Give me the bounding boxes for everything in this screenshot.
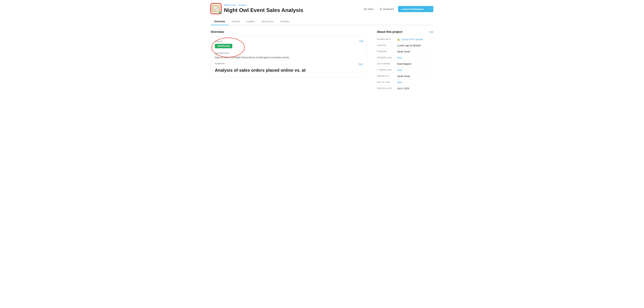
svg-point-2 bbox=[366, 9, 366, 10]
breadcrumb-sep2: › bbox=[247, 4, 248, 6]
verified-check-icon: ✓ bbox=[218, 11, 222, 14]
about-row-steward-link: STEWARD LINK View bbox=[377, 55, 433, 61]
about-edit-button[interactable]: Edit bbox=[429, 31, 433, 33]
description-section: DESCRIPTION Data on sales of all Night O… bbox=[215, 52, 363, 59]
about-key-ver-by-link: VER. BY LINK bbox=[377, 81, 395, 83]
about-title: About this project bbox=[377, 30, 402, 34]
launch-workspace-dropdown-button[interactable] bbox=[427, 6, 433, 12]
launch-workspace-button[interactable]: Launch workspace bbox=[398, 6, 427, 12]
lock-icon: 🔒 bbox=[397, 38, 400, 41]
about-row-tech-owner: TECH OWNER Noah Rippner bbox=[377, 61, 433, 67]
breadcrumb-org[interactable]: DEMO Corp bbox=[224, 4, 236, 6]
share-icon bbox=[364, 8, 366, 10]
launch-workspace-group: Launch workspace bbox=[398, 6, 433, 12]
svg-point-1 bbox=[364, 9, 365, 9]
project-logo: 📈 ✓ bbox=[211, 3, 221, 14]
status-label: STATUS bbox=[215, 40, 363, 42]
share-label: Share bbox=[368, 8, 374, 10]
description-label: DESCRIPTION bbox=[215, 52, 363, 54]
about-value-steward-link[interactable]: View bbox=[397, 56, 433, 59]
about-value-verified-date: Oct 4, 2019 bbox=[397, 87, 433, 90]
about-key-shared-with: SHARED WITH bbox=[377, 38, 395, 40]
overview-section-title: Overview bbox=[211, 30, 367, 34]
summary-label: SUMMARY bbox=[215, 63, 225, 65]
breadcrumb-projects[interactable]: Projects bbox=[238, 4, 246, 6]
about-key-verified-date: VERIFIED DATE bbox=[377, 87, 395, 89]
page-title: Night Owl Event Sales Analysis bbox=[224, 7, 303, 13]
breadcrumb: DEMO Corp › Projects › bbox=[224, 4, 303, 6]
about-row-ver-by-link: VER. BY LINK View bbox=[377, 79, 433, 85]
chart-icon: 📈 bbox=[214, 7, 218, 11]
tab-overview[interactable]: Overview bbox=[211, 18, 228, 25]
about-key-tech-owner: TECH OWNER bbox=[377, 63, 395, 65]
about-key-steward: STEWARD bbox=[377, 50, 395, 52]
about-row-verified-by: VERIFIED BY Sarah Smart bbox=[377, 73, 433, 79]
status-badge: APPROVED bbox=[215, 44, 232, 48]
about-value-steward: Sarah Smart bbox=[397, 50, 433, 53]
bookmark-label: Bookmark bbox=[383, 8, 394, 10]
svg-point-0 bbox=[366, 8, 366, 9]
svg-line-3 bbox=[365, 9, 366, 10]
bookmark-icon bbox=[380, 8, 382, 10]
bookmark-button[interactable]: Bookmark bbox=[378, 7, 396, 11]
summary-section: SUMMARY Edit Analysis of sales orders pl… bbox=[215, 63, 363, 73]
about-value-created: 3 years ago by @siyeh bbox=[397, 44, 433, 47]
status-section: STATUS APPROVED bbox=[215, 40, 363, 48]
chevron-down-icon bbox=[429, 8, 431, 10]
about-value-ver-by-link[interactable]: View bbox=[397, 81, 433, 84]
share-button[interactable]: Share bbox=[362, 7, 375, 11]
about-value-tech-owner: Noah Rippner bbox=[397, 63, 433, 65]
breadcrumb-sep1: › bbox=[237, 4, 238, 6]
about-value-verified-by: Sarah Smart bbox=[397, 75, 433, 77]
about-sidebar: About this project Edit SHARED WITH 🔒 1 … bbox=[377, 30, 433, 91]
about-row-shared-with: SHARED WITH 🔒 1 group and 2 people bbox=[377, 36, 433, 42]
overview-card: Edit STATUS APPROVED DESCRIPTION Data on… bbox=[211, 36, 367, 77]
about-key-t-owner-link: T. OWNER LINK bbox=[377, 69, 395, 71]
about-key-steward-link: STEWARD LINK bbox=[377, 56, 395, 59]
tab-nav: Overview Activity Insights Discussion Se… bbox=[211, 18, 433, 25]
about-value-t-owner-link[interactable]: View bbox=[397, 69, 433, 71]
about-table: SHARED WITH 🔒 1 group and 2 people CREAT… bbox=[377, 36, 433, 91]
description-text: Data on sales of all Night Owl products … bbox=[215, 56, 363, 59]
svg-line-4 bbox=[365, 8, 366, 9]
about-row-steward: STEWARD Sarah Smart bbox=[377, 49, 433, 55]
summary-text: Analysis of sales orders placed online v… bbox=[215, 68, 363, 73]
about-key-verified-by: VERIFIED BY bbox=[377, 75, 395, 77]
tab-settings[interactable]: Settings bbox=[277, 18, 292, 25]
tab-activity[interactable]: Activity bbox=[228, 18, 243, 25]
tab-insights[interactable]: Insights bbox=[243, 18, 258, 25]
about-key-created: CREATED bbox=[377, 44, 395, 46]
about-value-shared-with[interactable]: 🔒 1 group and 2 people bbox=[397, 38, 433, 41]
about-row-t-owner-link: T. OWNER LINK View bbox=[377, 67, 433, 73]
about-row-verified-date: VERIFIED DATE Oct 4, 2019 bbox=[377, 85, 433, 91]
tab-discussion[interactable]: Discussion bbox=[258, 18, 277, 25]
about-row-created: CREATED 3 years ago by @siyeh bbox=[377, 42, 433, 49]
summary-edit-button[interactable]: Edit bbox=[359, 63, 363, 66]
